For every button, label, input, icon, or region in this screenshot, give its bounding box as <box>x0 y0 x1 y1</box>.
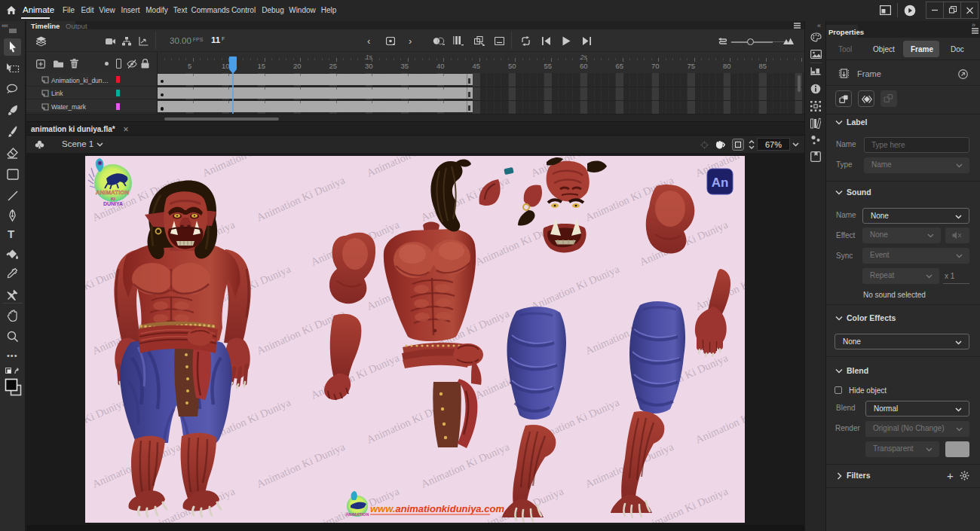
svg-text:DUNIYA: DUNIYA <box>103 201 123 206</box>
svg-text:Animation Ki Duniya: Animation Ki Duniya <box>694 395 745 445</box>
svg-text:ANIMATION: ANIMATION <box>346 512 369 517</box>
svg-text:Animation Ki Duniya: Animation Ki Duniya <box>201 156 293 179</box>
svg-text:www.animationkiduniya.com: www.animationkiduniya.com <box>370 503 504 514</box>
svg-text:Animation Ki Duniya: Animation Ki Duniya <box>309 351 402 401</box>
svg-text:An: An <box>712 175 729 190</box>
svg-text:ANIMATION: ANIMATION <box>96 189 130 196</box>
svg-text:Animation Ki Duniya: Animation Ki Duniya <box>255 173 348 223</box>
svg-text:Animation Ki Duniya: Animation Ki Duniya <box>419 440 512 490</box>
svg-text:Animation Ki Duniya: Animation Ki Duniya <box>529 262 622 312</box>
svg-text:Animation Ki Duniya: Animation Ki Duniya <box>85 395 128 445</box>
svg-text:Animation Ki Duniya: Animation Ki Duniya <box>255 440 348 490</box>
svg-text:Animation Ki Duniya: Animation Ki Duniya <box>638 484 730 523</box>
